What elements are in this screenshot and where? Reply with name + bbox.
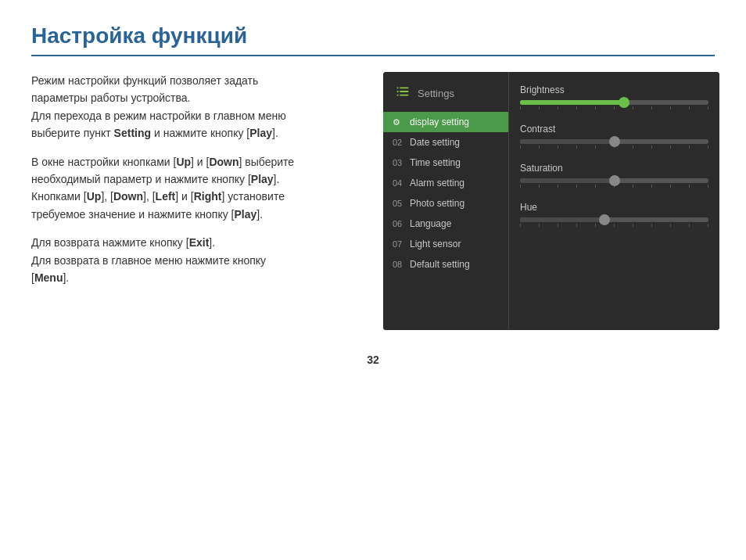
item-num-07: 07 bbox=[393, 239, 405, 249]
para1-bold-play: Play bbox=[249, 127, 272, 139]
paragraph-1: Режим настройки функций позволяет задать… bbox=[31, 72, 360, 142]
item-label-01: display setting bbox=[410, 117, 469, 127]
settings-panel: Brightness Contrast bbox=[508, 72, 719, 330]
para2-text1: В окне настройки кнопками [ bbox=[31, 156, 176, 168]
menu-item-photo[interactable]: 05 Photo setting bbox=[383, 193, 508, 214]
hue-label: Hue bbox=[520, 202, 708, 213]
para3-text3: ]. bbox=[63, 271, 69, 284]
menu-item-language[interactable]: 06 Language bbox=[383, 214, 508, 234]
page-number: 32 bbox=[31, 354, 715, 366]
menu-item-date[interactable]: 02 Date setting bbox=[383, 132, 508, 153]
para2-text9: ]. bbox=[256, 208, 263, 221]
menu-header: Settings bbox=[383, 72, 508, 112]
para2-bold-play2: Play bbox=[234, 208, 256, 221]
item-label-08: Default setting bbox=[410, 259, 470, 270]
menu-item-time[interactable]: 03 Time setting bbox=[383, 153, 508, 173]
para2-bold-right: Right bbox=[194, 190, 222, 203]
brightness-ticks bbox=[520, 106, 708, 109]
brightness-slider[interactable] bbox=[520, 100, 708, 105]
text-column: Режим настройки функций позволяет задать… bbox=[31, 72, 360, 330]
hue-group: Hue bbox=[520, 202, 708, 227]
brightness-label: Brightness bbox=[520, 84, 708, 95]
para2-bold-down: Down bbox=[209, 156, 239, 168]
contrast-label: Contrast bbox=[520, 124, 708, 135]
para1-text2: и нажмите кнопку [ bbox=[151, 127, 249, 139]
para1-bold-setting: Setting bbox=[114, 127, 151, 139]
item-num-08: 08 bbox=[393, 260, 405, 269]
settings-icon bbox=[394, 83, 411, 104]
para2-bold-left: Left bbox=[156, 190, 176, 203]
menu-item-light-sensor[interactable]: 07 Light sensor bbox=[383, 234, 508, 254]
para1-text3: ]. bbox=[272, 127, 278, 139]
para2-bold-up2: Up bbox=[87, 190, 102, 203]
para3-bold-menu: Menu bbox=[34, 271, 63, 284]
item-label-03: Time setting bbox=[410, 157, 461, 168]
para2-text7: ] и [ bbox=[175, 190, 193, 203]
para3-bold-exit: Exit bbox=[189, 236, 210, 249]
para2-bold-down2: Down bbox=[113, 190, 143, 203]
hue-slider[interactable] bbox=[520, 217, 708, 222]
contrast-group: Contrast bbox=[520, 124, 708, 149]
paragraph-2: В окне настройки кнопками [Up] и [Down] … bbox=[31, 153, 360, 224]
device-screenshot: Settings ⚙ display setting 02 Date setti… bbox=[383, 72, 719, 330]
item-num-05: 05 bbox=[393, 199, 405, 208]
item-num-03: 03 bbox=[393, 158, 405, 167]
settings-label: Settings bbox=[418, 88, 454, 99]
para2-bold-play: Play bbox=[251, 173, 274, 185]
para2-text6: ], [ bbox=[143, 190, 156, 203]
hue-ticks bbox=[520, 224, 708, 227]
menu-items-list: ⚙ display setting 02 Date setting 03 Tim… bbox=[383, 112, 508, 275]
saturation-label: Saturation bbox=[520, 163, 708, 174]
saturation-slider[interactable] bbox=[520, 178, 708, 183]
item-num-06: 06 bbox=[393, 219, 405, 228]
item-label-07: Light sensor bbox=[410, 239, 461, 249]
contrast-slider[interactable] bbox=[520, 139, 708, 144]
item-label-02: Date setting bbox=[410, 137, 460, 148]
item-num-02: 02 bbox=[393, 138, 405, 147]
item-label-04: Alarm setting bbox=[410, 178, 464, 188]
saturation-group: Saturation bbox=[520, 163, 708, 188]
para2-bold-up: Up bbox=[176, 156, 191, 168]
brightness-group: Brightness bbox=[520, 84, 708, 109]
menu-panel: Settings ⚙ display setting 02 Date setti… bbox=[383, 72, 508, 330]
paragraph-3: Для возврата нажмите кнопку [Exit].Для в… bbox=[31, 234, 360, 286]
item-num-01: ⚙ bbox=[393, 117, 405, 127]
item-num-04: 04 bbox=[393, 178, 405, 188]
content-area: Режим настройки функций позволяет задать… bbox=[31, 72, 715, 330]
menu-item-display[interactable]: ⚙ display setting bbox=[383, 112, 508, 132]
title-divider bbox=[31, 55, 715, 56]
menu-item-default[interactable]: 08 Default setting bbox=[383, 254, 508, 275]
para2-text5: ], [ bbox=[101, 190, 113, 203]
page-title: Настройка функций bbox=[31, 23, 715, 48]
para2-text2: ] и [ bbox=[191, 156, 209, 168]
para3-text1: Для возврата нажмите кнопку [ bbox=[31, 236, 189, 249]
item-label-05: Photo setting bbox=[410, 198, 464, 209]
menu-item-alarm[interactable]: 04 Alarm setting bbox=[383, 173, 508, 193]
item-label-06: Language bbox=[410, 218, 451, 229]
